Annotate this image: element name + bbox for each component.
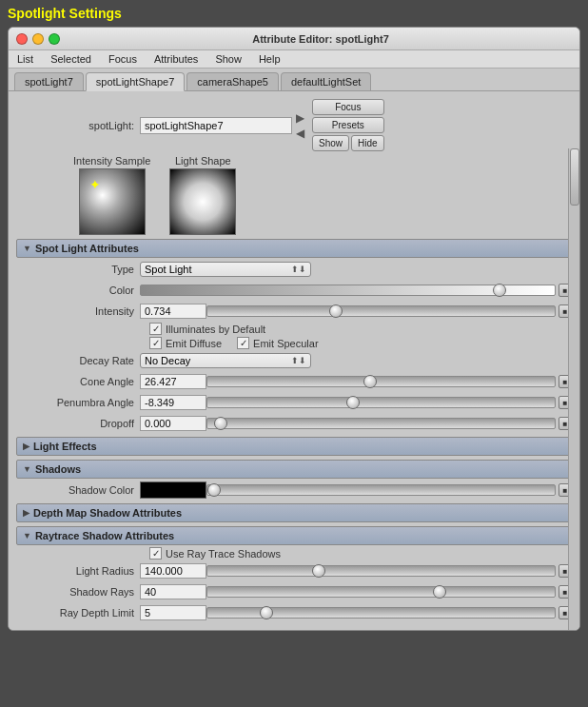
emit-row: ✓ Emit Diffuse ✓ Emit Specular — [16, 337, 572, 349]
menubar: List Selected Focus Attributes Show Help — [9, 50, 579, 69]
depth-map-title: Depth Map Shadow Attributes — [33, 507, 182, 519]
arrow-right-icon: ▶ — [296, 111, 304, 125]
raytrace-title: Raytrace Shadow Attributes — [35, 530, 174, 541]
hide-button[interactable]: Hide — [351, 135, 384, 151]
penumbra-slider-container: ■ — [206, 396, 572, 409]
light-radius-slider-track[interactable] — [206, 565, 556, 577]
depth-map-header[interactable]: ▶ Depth Map Shadow Attributes — [16, 503, 572, 522]
close-button[interactable] — [16, 33, 28, 45]
intensity-sample-block: Intensity Sample ✦ — [73, 155, 150, 235]
spot-light-attributes-header[interactable]: ▼ Spot Light Attributes — [16, 239, 572, 258]
menu-focus[interactable]: Focus — [106, 52, 140, 66]
dropoff-slider-thumb[interactable] — [214, 417, 227, 430]
tabs-row: spotLight7 spotLightShape7 cameraShape5 … — [9, 69, 579, 91]
color-slider-track[interactable] — [140, 285, 556, 296]
ray-depth-label: Ray Depth Limit — [16, 607, 140, 619]
dropdown-arrow-icon: ⬆⬇ — [291, 265, 306, 274]
illuminates-row: ✓ Illuminates by Default — [16, 323, 572, 335]
light-radius-slider-container: ■ — [206, 564, 572, 578]
decay-rate-row: Decay Rate No Decay ⬆⬇ — [16, 351, 572, 370]
tab-camerashape5[interactable]: cameraShape5 — [186, 72, 279, 90]
raytrace-header[interactable]: ▼ Raytrace Shadow Attributes — [16, 526, 572, 545]
cone-angle-input[interactable] — [140, 374, 206, 389]
shadow-rays-slider-thumb[interactable] — [433, 585, 446, 599]
cone-slider-container: ■ — [206, 375, 572, 388]
penumbra-angle-label: Penumbra Angle — [16, 397, 140, 408]
shadow-rays-slider-track[interactable] — [206, 586, 556, 598]
penumbra-slider-thumb[interactable] — [346, 396, 360, 409]
color-slider-thumb[interactable] — [493, 284, 506, 297]
penumbra-angle-input[interactable] — [140, 395, 206, 410]
menu-show[interactable]: Show — [212, 52, 245, 66]
raytrace-row: ✓ Use Ray Trace Shadows — [16, 547, 572, 560]
raytrace-checkbox[interactable]: ✓ — [149, 547, 162, 560]
ray-depth-slider-thumb[interactable] — [260, 606, 273, 619]
shadow-rays-input[interactable] — [140, 584, 206, 599]
shadow-rays-label: Shadow Rays — [16, 586, 140, 598]
shadows-header[interactable]: ▼ Shadows — [16, 460, 572, 479]
window: Attribute Editor: spotLight7 List Select… — [8, 27, 580, 631]
minimize-button[interactable] — [32, 33, 44, 45]
presets-button[interactable]: Presets — [312, 117, 384, 133]
type-dropdown[interactable]: Spot Light ⬆⬇ — [140, 262, 311, 277]
spotlight-input[interactable] — [140, 117, 292, 134]
illuminates-checkbox[interactable]: ✓ — [149, 323, 162, 335]
shadow-rays-slider-container: ■ — [206, 585, 572, 599]
intensity-input[interactable] — [140, 304, 206, 319]
type-row: Type Spot Light ⬆⬇ — [16, 260, 572, 279]
dropoff-slider-track[interactable] — [206, 418, 556, 429]
shadow-color-slider-container: ■ — [206, 483, 572, 497]
intensity-slider-thumb[interactable] — [329, 304, 343, 318]
ray-depth-slider-track[interactable] — [206, 607, 556, 619]
shadow-color-swatch[interactable] — [140, 481, 206, 499]
light-shape-block: Light Shape — [169, 155, 236, 235]
penumbra-slider-track[interactable] — [206, 397, 556, 408]
spotlight-row: spotLight: ▶ ◀ Focus Presets Show Hide — [16, 99, 572, 151]
maximize-button[interactable] — [49, 33, 60, 45]
intensity-slider-track[interactable] — [206, 305, 556, 317]
cone-angle-label: Cone Angle — [16, 376, 140, 387]
light-effects-header[interactable]: ▶ Light Effects — [16, 437, 572, 456]
light-effects-triangle-icon: ▶ — [23, 442, 29, 451]
light-radius-slider-thumb[interactable] — [312, 564, 325, 578]
light-radius-input[interactable] — [140, 563, 206, 579]
show-button[interactable]: Show — [312, 135, 349, 151]
emit-diffuse-label: Emit Diffuse — [166, 338, 222, 349]
illuminates-label: Illuminates by Default — [166, 324, 265, 335]
intensity-slider-container: ■ — [206, 304, 572, 318]
tab-defaultlightset[interactable]: defaultLightSet — [281, 72, 371, 90]
scrollbar[interactable] — [568, 148, 579, 630]
shadow-color-slider-track[interactable] — [206, 484, 556, 496]
decay-rate-label: Decay Rate — [16, 355, 140, 366]
color-row: Color ■ — [16, 281, 572, 300]
color-slider-container: ■ — [140, 284, 572, 297]
ray-depth-input[interactable] — [140, 605, 206, 620]
tab-spotlightshape7[interactable]: spotLightShape7 — [86, 72, 186, 91]
decay-rate-dropdown[interactable]: No Decay ⬆⬇ — [140, 353, 311, 368]
focus-button[interactable]: Focus — [312, 99, 384, 115]
emit-diffuse-checkbox[interactable]: ✓ — [149, 337, 162, 349]
tab-spotlight7[interactable]: spotLight7 — [14, 72, 84, 90]
decay-dropdown-arrow-icon: ⬆⬇ — [291, 356, 306, 365]
ray-depth-slider-container: ■ — [206, 606, 572, 619]
penumbra-angle-row: Penumbra Angle ■ — [16, 393, 572, 412]
menu-help[interactable]: Help — [256, 52, 284, 66]
cone-slider-thumb[interactable] — [363, 375, 377, 388]
light-radius-label: Light Radius — [16, 565, 140, 577]
window-title: Attribute Editor: spotLight7 — [69, 33, 572, 45]
depth-map-triangle-icon: ▶ — [23, 508, 29, 518]
shadows-triangle-icon: ▼ — [23, 464, 31, 474]
titlebar: Attribute Editor: spotLight7 — [9, 28, 579, 50]
shadow-color-slider-thumb[interactable] — [207, 483, 221, 497]
page-title: Spotlight Settings — [0, 0, 588, 27]
dropoff-input[interactable] — [140, 416, 206, 431]
emit-specular-checkbox[interactable]: ✓ — [237, 337, 249, 349]
menu-list[interactable]: List — [14, 52, 36, 66]
scroll-thumb[interactable] — [570, 148, 579, 206]
menu-selected[interactable]: Selected — [48, 52, 94, 66]
shadows-title: Shadows — [35, 463, 81, 475]
menu-attributes[interactable]: Attributes — [151, 52, 201, 66]
intensity-sample-label: Intensity Sample — [73, 155, 150, 167]
light-effects-title: Light Effects — [33, 441, 97, 452]
cone-slider-track[interactable] — [206, 376, 556, 387]
